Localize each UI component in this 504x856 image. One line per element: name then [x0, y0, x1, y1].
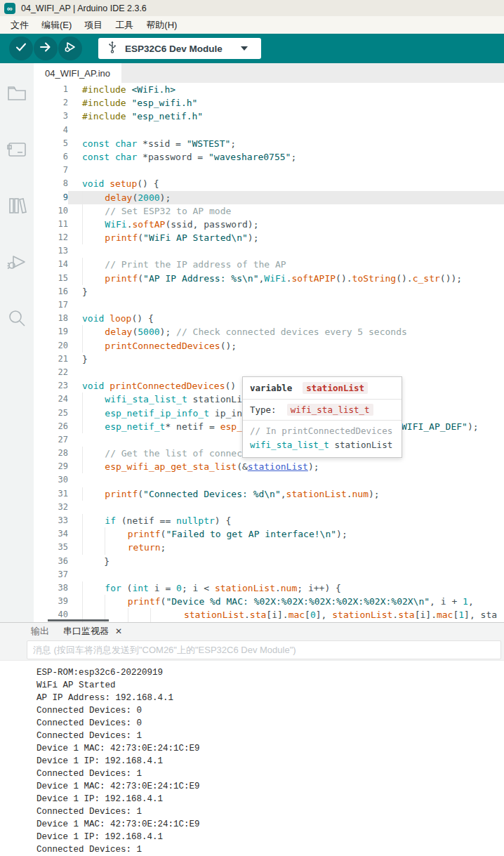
tooltip-type-row: Type: wifi_sta_list_t — [243, 400, 402, 420]
verify-button[interactable] — [9, 37, 33, 60]
serial-message-input[interactable] — [27, 640, 501, 659]
editor-tabstrip: 04_WIFI_AP.ino — [34, 63, 504, 83]
code-line-30[interactable]: 30 — [34, 473, 504, 487]
tab-04-wifi-ap-ino[interactable]: 04_WIFI_AP.ino — [34, 63, 121, 83]
code-line-35[interactable]: 35 return; — [34, 541, 504, 554]
code-line-12[interactable]: 12 printf("WiFi AP Started\n"); — [34, 231, 504, 244]
menu-item-3[interactable]: 工具 — [109, 19, 140, 32]
code-line-14[interactable]: 14 // Print the IP address of the AP — [34, 258, 504, 271]
code-line-8[interactable]: 8void setup() { — [34, 177, 504, 190]
menu-item-1[interactable]: 编辑(E) — [35, 19, 78, 32]
arduino-app-icon: ∞ — [4, 3, 15, 14]
code-line-31[interactable]: 31 printf("Connected Devices: %d\n",stat… — [34, 487, 504, 501]
menu-bar: 文件编辑(E)项目工具帮助(H) — [0, 16, 504, 34]
folder-icon — [7, 85, 27, 105]
line-number: 7 — [34, 164, 68, 177]
line-number: 25 — [34, 407, 68, 420]
board-selector-label: ESP32C6 Dev Module — [125, 44, 223, 54]
serial-line: Device 1 IP: 192.168.4.1 — [37, 831, 504, 843]
line-number: 9 — [34, 191, 68, 204]
code-line-29[interactable]: 29 esp_wifi_ap_get_sta_list(&stationList… — [34, 460, 504, 473]
line-number: 30 — [34, 473, 68, 487]
serial-line: Device 1 MAC: 42:73:0E:24:1C:E9 — [37, 780, 504, 793]
code-line-21[interactable]: 21} — [34, 353, 504, 366]
panel-tab-serial-monitor[interactable]: 串口监视器 ✕ — [63, 625, 122, 638]
code-line-6[interactable]: 6const char *password = "waveshare0755"; — [34, 150, 504, 164]
sidebar-item-search[interactable] — [0, 299, 34, 340]
code-line-34[interactable]: 34 printf("Failed to get AP interface!\n… — [34, 527, 504, 541]
code-line-19[interactable]: 19 delay(5000); // Check connected devic… — [34, 325, 504, 338]
code-line-1[interactable]: 1#include <WiFi.h> — [34, 83, 504, 96]
code-line-39[interactable]: 39 printf("Device %d MAC: %02X:%02X:%02X… — [34, 595, 504, 608]
tooltip-header: variable stationList — [243, 377, 402, 399]
line-number: 28 — [34, 447, 68, 460]
tooltip-signature: // In printConnectedDevices wifi_sta_lis… — [243, 421, 402, 457]
code-line-33[interactable]: 33 if (netif == nullptr) { — [34, 514, 504, 527]
code-line-9[interactable]: 9 delay(2000); — [34, 191, 504, 204]
line-number: 29 — [34, 460, 68, 473]
line-number: 11 — [34, 218, 68, 231]
serial-line: Device 1 MAC: 42:73:0E:24:1C:E9 — [37, 818, 504, 831]
toolbar: ESP32C6 Dev Module — [0, 34, 504, 63]
menu-item-4[interactable]: 帮助(H) — [140, 19, 183, 32]
debug-button[interactable] — [58, 37, 82, 60]
line-number: 17 — [34, 298, 68, 312]
code-line-16[interactable]: 16} — [34, 285, 504, 298]
code-line-17[interactable]: 17 — [34, 298, 504, 312]
code-line-15[interactable]: 15 printf("AP IP Address: %s\n",WiFi.sof… — [34, 272, 504, 285]
panel-tab-output[interactable]: 输出 — [31, 625, 49, 638]
code-editor[interactable]: 1#include <WiFi.h>2#include "esp_wifi.h"… — [34, 83, 504, 622]
tab-label: 04_WIFI_AP.ino — [45, 68, 110, 79]
horizontal-scrollbar[interactable] — [48, 619, 109, 621]
books-icon — [7, 196, 27, 218]
serial-line: Connected Devices: 0 — [37, 717, 504, 730]
sidebar-item-library-manager[interactable] — [0, 187, 34, 228]
close-icon[interactable]: ✕ — [115, 626, 122, 636]
board-selector[interactable]: ESP32C6 Dev Module — [98, 38, 261, 59]
code-line-11[interactable]: 11 WiFi.softAP(ssid, password); — [34, 218, 504, 231]
code-line-2[interactable]: 2#include "esp_wifi.h" — [34, 96, 504, 110]
editor-column: 04_WIFI_AP.ino 1#include <WiFi.h>2#inclu… — [34, 63, 504, 622]
serial-line: Connected Devices: 1 — [37, 805, 504, 818]
code-line-20[interactable]: 20 printConnectedDevices(); — [34, 339, 504, 353]
code-line-18[interactable]: 18void loop() { — [34, 312, 504, 325]
menu-item-0[interactable]: 文件 — [4, 19, 35, 32]
code-line-10[interactable]: 10 // Set ESP32 to AP mode — [34, 204, 504, 218]
checkmark-icon — [15, 41, 27, 56]
serial-line: WiFi AP Started — [37, 679, 504, 692]
code-line-37[interactable]: 37 — [34, 568, 504, 581]
circuit-board-icon — [6, 140, 27, 162]
code-line-5[interactable]: 5const char *ssid = "WSTEST"; — [34, 137, 504, 150]
line-number: 35 — [34, 541, 68, 554]
line-number: 18 — [34, 312, 68, 325]
window-title: 04_WIFI_AP | Arduino IDE 2.3.6 — [21, 4, 147, 13]
line-number: 12 — [34, 231, 68, 244]
debug-play-bug-icon — [63, 40, 77, 57]
serial-line: Connected Devices: 1 — [37, 730, 504, 742]
code-line-13[interactable]: 13 — [34, 244, 504, 258]
menu-item-2[interactable]: 项目 — [78, 19, 109, 32]
code-line-36[interactable]: 36 } — [34, 555, 504, 568]
code-line-32[interactable]: 32 — [34, 501, 504, 514]
right-arrow-icon — [39, 41, 52, 56]
sidebar-item-boards-manager[interactable] — [0, 131, 34, 171]
line-number: 8 — [34, 177, 68, 190]
line-number: 38 — [34, 581, 68, 595]
code-line-4[interactable]: 4 — [34, 124, 504, 137]
upload-button[interactable] — [34, 37, 58, 60]
line-number: 15 — [34, 272, 68, 285]
serial-line: Connected Devices: 1 — [37, 843, 504, 856]
line-number: 3 — [34, 110, 68, 123]
sidebar-item-sketchbook[interactable] — [0, 74, 34, 115]
line-number: 32 — [34, 501, 68, 514]
code-line-7[interactable]: 7 — [34, 164, 504, 177]
line-number: 5 — [34, 137, 68, 150]
line-number: 36 — [34, 555, 68, 568]
chevron-down-icon — [241, 46, 248, 51]
line-number: 13 — [34, 244, 68, 258]
code-line-38[interactable]: 38 for (int i = 0; i < stationList.num; … — [34, 581, 504, 595]
sidebar-item-debugger[interactable] — [0, 243, 34, 284]
code-line-3[interactable]: 3#include "esp_netif.h" — [34, 110, 504, 123]
line-number: 31 — [34, 487, 68, 501]
search-icon — [7, 308, 27, 331]
